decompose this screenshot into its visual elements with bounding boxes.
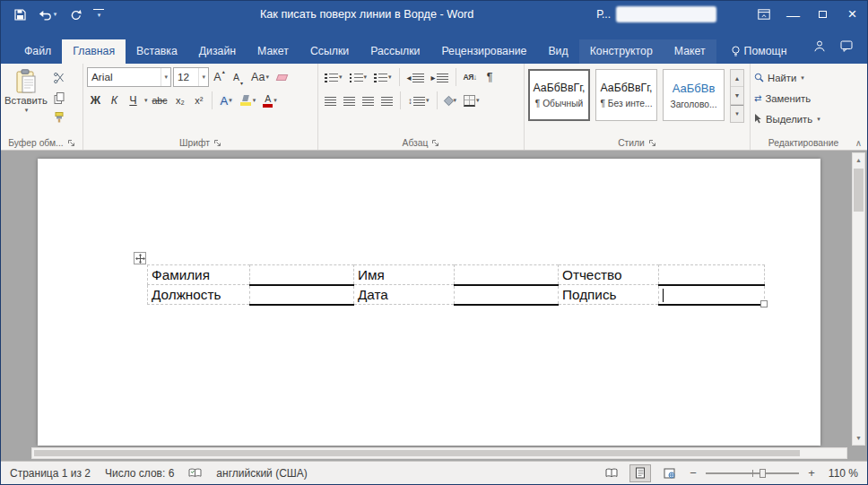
bold-button[interactable]: Ж <box>87 91 104 110</box>
align-left-button[interactable] <box>322 91 339 110</box>
dialog-launcher-icon[interactable] <box>213 139 221 147</box>
align-center-button[interactable] <box>341 91 358 110</box>
scroll-up-icon[interactable]: ▲ <box>853 153 864 167</box>
comments-icon[interactable] <box>833 28 860 64</box>
font-size-select[interactable]: 12 ▾ <box>173 67 209 87</box>
cut-icon[interactable] <box>50 70 67 86</box>
table-cell[interactable] <box>455 265 559 285</box>
dialog-launcher-icon[interactable] <box>648 139 656 147</box>
table-cell[interactable] <box>455 285 559 305</box>
tab-home[interactable]: Главная <box>62 39 126 64</box>
styles-scroll-up-icon[interactable]: ▲ <box>731 70 743 87</box>
justify-button[interactable] <box>378 91 395 110</box>
tab-insert[interactable]: Вставка <box>126 39 188 64</box>
word-count[interactable]: Число слов: 6 <box>105 467 174 480</box>
page-indicator[interactable]: Страница 1 из 2 <box>10 467 91 480</box>
tab-layout[interactable]: Макет <box>247 39 299 64</box>
grow-font-button[interactable]: А▴ <box>211 67 228 87</box>
save-icon[interactable] <box>10 4 30 24</box>
show-formatting-marks-button[interactable]: ¶ <box>482 67 499 87</box>
vertical-scroll-thumb[interactable] <box>854 169 864 212</box>
horizontal-scroll-thumb[interactable] <box>34 450 800 456</box>
font-name-dropdown-icon[interactable]: ▾ <box>161 68 170 86</box>
style-card-heading[interactable]: АаБбВв Заголово... <box>663 69 725 121</box>
user-name[interactable]: Р... <box>596 8 611 21</box>
table-move-handle[interactable] <box>134 252 146 264</box>
highlight-button[interactable]: ▾ <box>237 91 259 110</box>
sort-button[interactable]: АЯ↓ <box>461 67 480 87</box>
decrease-indent-button[interactable]: ◂ <box>404 67 427 87</box>
subscript-button[interactable]: х₂ <box>171 91 188 110</box>
clear-formatting-button[interactable] <box>273 67 291 87</box>
dialog-launcher-icon[interactable] <box>67 139 75 147</box>
tab-references[interactable]: Ссылки <box>299 39 360 64</box>
maximize-button[interactable] <box>808 1 838 28</box>
italic-button[interactable]: К <box>106 91 123 110</box>
replace-button[interactable]: ⇄ Заменить <box>754 90 820 107</box>
align-right-button[interactable] <box>360 91 377 110</box>
table-cell[interactable]: Фамилия <box>148 265 250 285</box>
borders-button[interactable]: ▾ <box>461 91 482 110</box>
zoom-level[interactable]: 110 % <box>824 467 858 480</box>
table-cell[interactable] <box>659 285 765 305</box>
scroll-down-icon[interactable]: ▼ <box>853 431 864 445</box>
increase-indent-button[interactable]: ▸ <box>429 67 451 87</box>
horizontal-scrollbar[interactable] <box>31 447 847 459</box>
paste-dropdown-icon[interactable]: ▾ <box>25 107 29 114</box>
table-cell[interactable]: Дата <box>354 285 455 305</box>
underline-button[interactable]: Ч <box>125 91 142 110</box>
table-cell[interactable]: Подпись <box>559 285 659 305</box>
shrink-font-button[interactable]: А▾ <box>230 67 247 87</box>
tab-file[interactable]: Файл <box>13 39 62 64</box>
select-button[interactable]: Выделить ▾ <box>754 110 820 127</box>
shading-button[interactable]: ▾ <box>442 91 460 110</box>
redo-icon[interactable] <box>65 4 85 24</box>
undo-icon[interactable]: ▾ <box>38 4 57 24</box>
styles-more-icon[interactable]: ▾ <box>731 105 743 122</box>
print-layout-button[interactable] <box>629 464 651 482</box>
vertical-scrollbar[interactable]: ▲ ▼ <box>852 152 865 446</box>
bullets-button[interactable]: ▾ <box>322 67 345 87</box>
font-color-button[interactable]: А▾ <box>260 91 280 110</box>
text-effects-button[interactable]: А▾ <box>217 91 234 110</box>
style-card-no-spacing[interactable]: АаБбВвГг, ¶ Без инте... <box>595 69 657 121</box>
style-card-normal[interactable]: АаБбВвГг, ¶ Обычный <box>528 69 590 121</box>
close-button[interactable]: × <box>838 1 867 28</box>
table-cell[interactable]: Должность <box>148 285 250 305</box>
table-cell[interactable] <box>250 285 354 305</box>
strikethrough-button[interactable]: abc <box>150 91 170 110</box>
language-indicator[interactable]: английский (США) <box>216 467 307 480</box>
change-case-button[interactable]: Аа▾ <box>248 67 272 87</box>
zoom-in-button[interactable]: + <box>805 466 818 480</box>
account-person-icon[interactable] <box>806 28 833 64</box>
ribbon-display-options-icon[interactable] <box>749 1 778 28</box>
table-resize-handle[interactable] <box>760 300 768 307</box>
zoom-slider-thumb[interactable] <box>760 469 766 478</box>
font-name-select[interactable]: Arial ▾ <box>87 67 171 87</box>
zoom-out-button[interactable]: − <box>687 466 699 480</box>
zoom-slider[interactable] <box>706 467 799 480</box>
collapse-ribbon-icon[interactable]: ∧ <box>855 138 862 148</box>
numbering-button[interactable]: ▾ <box>347 67 370 87</box>
undo-dropdown-icon[interactable]: ▾ <box>54 11 57 18</box>
tab-design[interactable]: Дизайн <box>188 39 247 64</box>
find-button[interactable]: Найти ▾ <box>754 69 820 86</box>
table-cell[interactable]: Имя <box>354 265 455 285</box>
proofing-status[interactable] <box>188 468 202 478</box>
minimize-button[interactable]: — <box>778 1 808 28</box>
font-size-dropdown-icon[interactable]: ▾ <box>198 68 208 86</box>
copy-icon[interactable] <box>50 90 67 106</box>
format-painter-icon[interactable] <box>50 109 67 126</box>
dialog-launcher-icon[interactable] <box>431 139 439 147</box>
document-page[interactable]: Фамилия Имя Отчество Должность Дата Подп… <box>38 159 820 446</box>
table-cell[interactable]: Отчество <box>559 265 659 285</box>
read-mode-button[interactable] <box>601 464 622 482</box>
underline-dropdown-icon[interactable]: ▾ <box>144 97 148 104</box>
web-layout-button[interactable] <box>658 464 680 482</box>
styles-scroll-down-icon[interactable]: ▼ <box>731 87 743 104</box>
tab-review[interactable]: Рецензирование <box>430 39 537 64</box>
customize-qat-icon[interactable]: ▾ <box>93 9 104 20</box>
tab-table-layout[interactable]: Макет <box>664 39 716 64</box>
tab-mailings[interactable]: Рассылки <box>360 39 430 64</box>
line-spacing-button[interactable]: ↕▾ <box>405 91 432 110</box>
